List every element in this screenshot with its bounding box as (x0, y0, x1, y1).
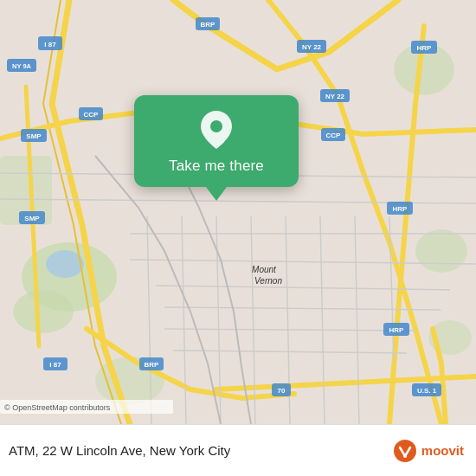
svg-text:U.S. 1: U.S. 1 (417, 387, 437, 395)
svg-text:BRP: BRP (145, 361, 160, 369)
svg-text:© OpenStreetMap contributors: © OpenStreetMap contributors (4, 403, 111, 412)
map-container: I 87 NY 9A BRP NY 22 NY 22 HRP CCP SMP C… (0, 0, 476, 424)
bottom-bar: ATM, 22 W Lincoln Ave, New York City moo… (0, 424, 476, 476)
svg-text:I 87: I 87 (49, 361, 61, 369)
svg-text:HRP: HRP (417, 44, 433, 52)
svg-text:SMP: SMP (24, 215, 40, 222)
svg-text:SMP: SMP (26, 132, 42, 140)
svg-point-63 (403, 454, 407, 458)
svg-text:NY 9A: NY 9A (12, 62, 32, 70)
svg-text:CCP: CCP (84, 111, 100, 119)
svg-text:I 87: I 87 (44, 41, 56, 48)
location-pin-icon (197, 111, 235, 149)
svg-point-2 (13, 290, 74, 333)
moovit-icon (393, 439, 417, 463)
svg-point-61 (210, 120, 222, 132)
svg-point-3 (415, 229, 467, 273)
svg-text:70: 70 (278, 387, 286, 395)
moovit-brand-text: moovit (421, 443, 464, 458)
svg-point-62 (394, 440, 416, 462)
svg-text:BRP: BRP (201, 21, 216, 29)
address-text: ATM, 22 W Lincoln Ave, New York City (9, 443, 393, 458)
svg-text:NY 22: NY 22 (325, 93, 345, 100)
svg-text:NY 22: NY 22 (302, 43, 322, 51)
svg-text:CCP: CCP (326, 132, 342, 139)
popup-card[interactable]: Take me there (134, 95, 299, 187)
svg-text:HRP: HRP (389, 326, 405, 334)
svg-text:HRP: HRP (393, 205, 408, 213)
svg-text:Vernon: Vernon (254, 276, 282, 286)
svg-text:Mount: Mount (252, 265, 277, 274)
moovit-logo: moovit (393, 439, 464, 463)
take-me-there-label: Take me there (169, 158, 264, 175)
